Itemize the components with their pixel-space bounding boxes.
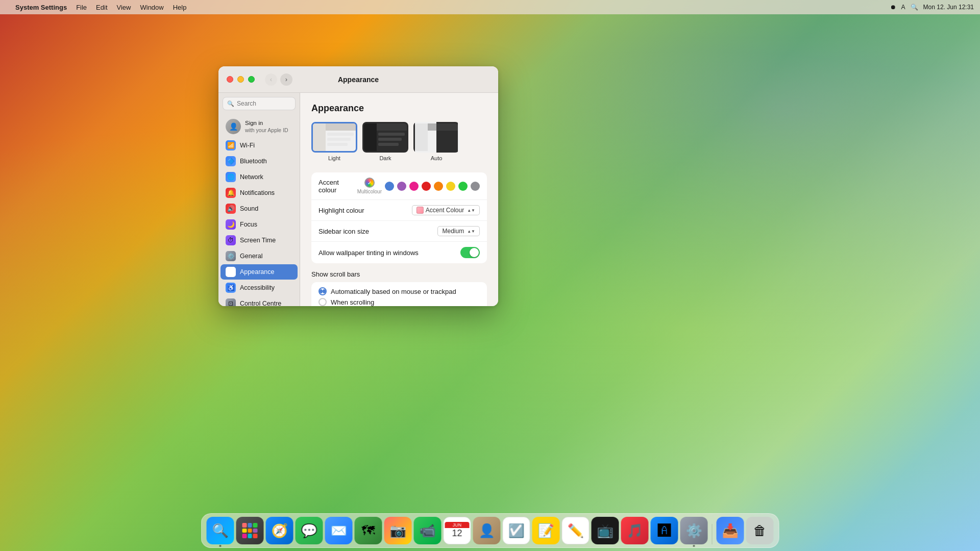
sidebar-item-notifications[interactable]: 🔔 Notifications (220, 185, 298, 201)
dock-item-mail[interactable]: ✉️ (325, 517, 353, 544)
dock-item-maps[interactable]: 🗺 (355, 517, 382, 544)
sidebar-item-focus[interactable]: 🌙 Focus (220, 217, 298, 232)
accent-graphite[interactable] (471, 182, 480, 191)
sidebar-label-screen-time: Screen Time (240, 237, 276, 244)
dock-divider (712, 524, 713, 544)
dock-item-finder[interactable]: 🔍 (207, 517, 234, 544)
menubar-siri-icon[interactable]: A (901, 4, 905, 11)
sidebar-item-general[interactable]: ⚙️ General (220, 248, 298, 264)
accent-multicolor[interactable]: ✓ (364, 178, 375, 188)
sidebar-item-control-centre[interactable]: ⊡ Control Centre (220, 296, 298, 306)
maximize-button[interactable] (248, 76, 255, 83)
sidebar-item-network[interactable]: 🌐 Network (220, 169, 298, 185)
wallpaper-tinting-label: Allow wallpaper tinting in windows (318, 249, 460, 257)
scroll-bars-radio-group: Automatically based on mouse or trackpad… (318, 287, 456, 306)
accent-multicolor-wrapper: ✓ Multicolour (357, 178, 382, 194)
menubar-control-center-icon[interactable]: ⏺ (890, 4, 896, 11)
calendar-day: 12 (452, 528, 462, 539)
sidebar-item-sound[interactable]: 🔊 Sound (220, 201, 298, 216)
sidebar-label-sound: Sound (240, 205, 258, 212)
system-settings-window: ‹ › Appearance 🔍 👤 Sign in with your App… (218, 66, 498, 306)
menubar-help[interactable]: Help (173, 4, 187, 11)
wallpaper-tinting-toggle[interactable] (460, 247, 480, 258)
dock-item-facetime[interactable]: 📹 (414, 517, 442, 544)
scroll-bars-scrolling-radio[interactable] (318, 298, 327, 306)
accent-colour-row: Accent colour ✓ Multicolour (311, 172, 487, 200)
mode-light[interactable]: Light (311, 122, 357, 161)
scroll-bars-scrolling[interactable]: When scrolling (318, 298, 456, 306)
menubar-window[interactable]: Window (140, 4, 163, 11)
appearance-icon: 🎨 (226, 267, 236, 277)
dock-item-safari[interactable]: 🧭 (266, 517, 293, 544)
sidebar-item-apple-id[interactable]: 👤 Sign in with your Apple ID (220, 116, 298, 137)
accent-purple[interactable] (397, 182, 406, 191)
dock-item-messages[interactable]: 💬 (296, 517, 323, 544)
scroll-bars-auto-radio[interactable] (318, 287, 327, 295)
dock-item-contacts[interactable]: 👤 (473, 517, 501, 544)
reminders-icon: ☑️ (508, 523, 525, 539)
minimize-button[interactable] (237, 76, 244, 83)
appletv-icon: 📺 (597, 523, 614, 539)
dock-item-appstore[interactable]: 🅰 (651, 517, 678, 544)
dock-item-photos[interactable]: 📷 (384, 517, 412, 544)
sidebar-item-screen-time[interactable]: ⏱ Screen Time (220, 233, 298, 248)
finder-icon: 🔍 (212, 523, 229, 539)
accent-yellow[interactable] (446, 182, 455, 191)
search-container: 🔍 (223, 97, 296, 110)
back-button[interactable]: ‹ (265, 73, 277, 86)
mode-auto[interactable]: Auto (413, 122, 459, 161)
forward-button[interactable]: › (280, 73, 292, 86)
menubar-edit[interactable]: Edit (96, 4, 107, 11)
dock-item-launchpad[interactable] (236, 517, 264, 544)
finder-dot (219, 545, 222, 547)
sidebar-item-wifi[interactable]: 📶 Wi-Fi (220, 138, 298, 153)
dock-item-reminders[interactable]: ☑️ (503, 517, 530, 544)
sidebar-item-accessibility[interactable]: ♿ Accessibility (220, 280, 298, 295)
accent-green[interactable] (458, 182, 468, 191)
dock-item-calendar[interactable]: JUN 12 (444, 517, 471, 544)
highlight-swatch (416, 207, 424, 214)
menubar-file[interactable]: File (76, 4, 87, 11)
scroll-bars-auto[interactable]: Automatically based on mouse or trackpad (318, 287, 456, 295)
sidebar-icon-size-dropdown[interactable]: Medium ▲▼ (437, 226, 480, 236)
dock-item-system-settings[interactable]: ⚙️ (680, 517, 708, 544)
notes-icon: 📝 (538, 523, 554, 539)
accent-orange[interactable] (434, 182, 443, 191)
dock-item-music[interactable]: 🎵 (621, 517, 649, 544)
maps-icon: 🗺 (362, 523, 375, 539)
airdrop-icon: 📥 (722, 523, 739, 539)
safari-icon: 🧭 (272, 523, 288, 539)
accent-red[interactable] (422, 182, 431, 191)
mode-dark[interactable]: Dark (362, 122, 408, 161)
sidebar-label-control-centre: Control Centre (240, 300, 281, 306)
accent-blue[interactable] (385, 182, 394, 191)
dock-item-appletv[interactable]: 📺 (592, 517, 619, 544)
mode-auto-thumbnail (413, 122, 459, 153)
dock-item-trash[interactable]: 🗑 (746, 517, 774, 544)
highlight-colour-dropdown[interactable]: Accent Colour ▲▼ (412, 205, 480, 215)
sidebar-item-appearance[interactable]: 🎨 Appearance (220, 264, 298, 280)
sidebar-item-bluetooth[interactable]: 🔷 Bluetooth (220, 154, 298, 169)
dock-item-airdrop[interactable]: 📥 (717, 517, 744, 544)
focus-icon: 🌙 (226, 219, 236, 230)
dock-item-freeform[interactable]: ✏️ (562, 517, 590, 544)
close-button[interactable] (227, 76, 233, 83)
menubar-app-name[interactable]: System Settings (15, 4, 67, 11)
window-title: Appearance (338, 76, 379, 84)
multicolour-label: Multicolour (357, 189, 382, 194)
sound-icon: 🔊 (226, 204, 236, 214)
menubar-view[interactable]: View (117, 4, 131, 11)
accent-pink[interactable] (409, 182, 419, 191)
appstore-icon: 🅰 (658, 523, 671, 539)
search-icon: 🔍 (227, 101, 234, 107)
bluetooth-icon: 🔷 (226, 156, 236, 166)
traffic-lights (227, 76, 255, 83)
sidebar-icon-size-label: Sidebar icon size (318, 228, 437, 235)
search-input[interactable] (237, 100, 291, 107)
freeform-icon: ✏️ (568, 523, 584, 539)
menubar-search-icon[interactable]: 🔍 (911, 4, 918, 11)
sidebar-label-general: General (240, 253, 262, 260)
section-title: Appearance (311, 103, 487, 114)
apple-id-text: Sign in with your Apple ID (245, 119, 288, 134)
dock-item-notes[interactable]: 📝 (532, 517, 560, 544)
